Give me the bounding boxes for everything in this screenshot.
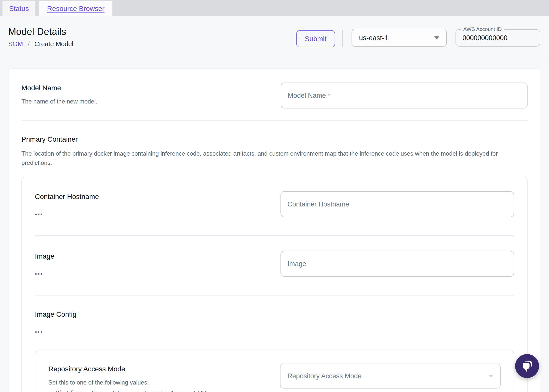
repository-access-mode-row: Repository Access Mode Set this to one o… (48, 364, 501, 392)
repository-access-mode-heading: Repository Access Mode (48, 365, 268, 373)
tab-resource-browser-label: Resource Browser (47, 5, 104, 13)
breadcrumb-separator: / (28, 40, 29, 48)
chat-widget-button[interactable] (515, 354, 539, 378)
caret-down-icon (489, 375, 493, 378)
page-header: Model Details SGM / Create Model Submit … (0, 16, 549, 60)
container-hostname-row: Container Hostname ••• (35, 191, 514, 218)
list-item: Platform - The model image is hosted in … (56, 390, 268, 392)
primary-container-section: Primary Container The location of the pr… (21, 135, 528, 392)
image-config-row: Image Config ••• (35, 310, 514, 336)
repository-access-mode-options-list: Platform - The model image is hosted in … (48, 390, 268, 392)
model-name-row: Model Name The name of the new model. (21, 83, 528, 108)
tab-status[interactable]: Status (2, 1, 35, 16)
repository-access-mode-select[interactable]: Repository Access Mode (280, 364, 501, 389)
model-name-heading: Model Name (21, 84, 269, 92)
header-divider (342, 30, 343, 47)
region-select[interactable]: us-east-1 (352, 29, 447, 47)
field-divider (35, 295, 514, 295)
primary-container-card: Container Hostname ••• Image ••• (21, 177, 528, 392)
field-divider (35, 235, 514, 236)
tab-resource-browser[interactable]: Resource Browser (39, 1, 112, 16)
primary-container-heading: Primary Container (21, 135, 528, 143)
breadcrumb-link-sgm[interactable]: SGM (8, 40, 23, 48)
image-heading: Image (35, 252, 269, 260)
option-text: - The model image is hosted in Amazon EC… (87, 390, 208, 392)
image-more-button[interactable]: ••• (35, 271, 43, 278)
submit-button[interactable]: Submit (296, 30, 335, 47)
repository-access-mode-description: Set this to one of the following values: (48, 379, 268, 386)
option-code: Platform (56, 390, 84, 392)
container-hostname-more-button[interactable]: ••• (35, 211, 43, 218)
image-input[interactable] (280, 251, 514, 277)
repository-access-mode-placeholder: Repository Access Mode (287, 372, 362, 380)
chat-bubbles-icon (520, 359, 534, 373)
container-hostname-heading: Container Hostname (35, 193, 269, 201)
image-config-heading: Image Config (35, 310, 514, 318)
breadcrumb-current: Create Model (34, 40, 73, 48)
tab-bar: Status Resource Browser (0, 0, 549, 16)
primary-container-description: The location of the primary docker image… (21, 149, 528, 167)
model-details-card: Model Name The name of the new model. Pr… (8, 68, 541, 392)
aws-account-id-label: AWS Account ID (461, 26, 504, 32)
region-select-value: us-east-1 (359, 34, 388, 42)
image-row: Image ••• (35, 251, 514, 278)
page-content: Model Name The name of the new model. Pr… (0, 60, 549, 392)
image-config-card: Repository Access Mode Set this to one o… (35, 351, 514, 392)
model-name-description: The name of the new model. (21, 98, 269, 105)
container-hostname-input[interactable] (280, 191, 514, 217)
image-config-more-button[interactable]: ••• (35, 329, 43, 336)
caret-down-icon (434, 36, 439, 39)
tab-status-label: Status (9, 5, 29, 13)
section-divider (21, 120, 528, 121)
aws-account-id-field: AWS Account ID (456, 29, 540, 47)
model-name-input[interactable] (281, 83, 528, 108)
